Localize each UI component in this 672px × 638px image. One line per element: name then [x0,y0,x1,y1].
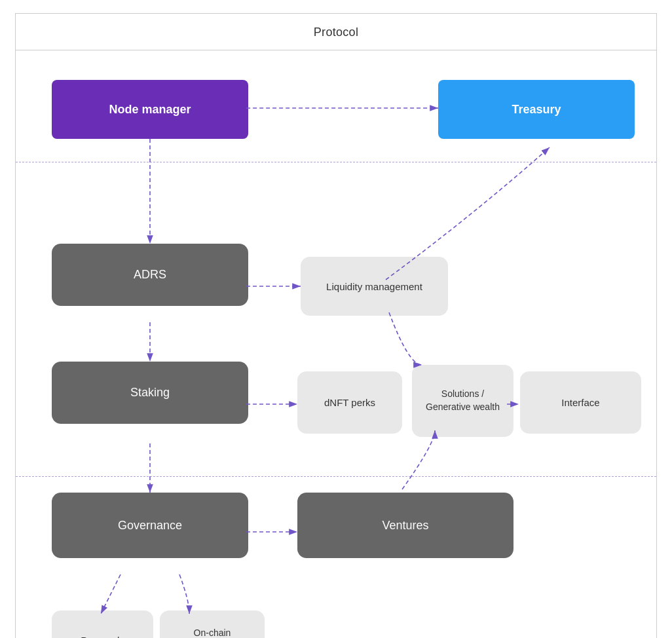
ventures-box: Ventures [297,493,513,558]
proposals-box: Proposals [52,610,153,638]
adrs-box: ADRS [52,244,248,306]
governance-box: Governance [52,493,248,558]
onchain-box: On-chain decision making [160,610,265,638]
protocol-title: Protocol [314,26,358,39]
solutions-box: Solutions / Generative wealth [412,365,513,437]
treasury-box: Treasury [438,80,635,139]
interface-box: Interface [520,371,641,434]
staking-box: Staking [52,362,248,424]
diagram-wrapper: Protocol [15,13,657,638]
liquidity-management-box: Liquidity management [301,257,448,316]
protocol-header: Protocol [16,14,656,50]
node-manager-box: Node manager [52,80,248,139]
dnft-perks-box: dNFT perks [297,371,402,434]
diagram-body: Node manager Treasury ADRS Liquidity man… [16,50,656,638]
